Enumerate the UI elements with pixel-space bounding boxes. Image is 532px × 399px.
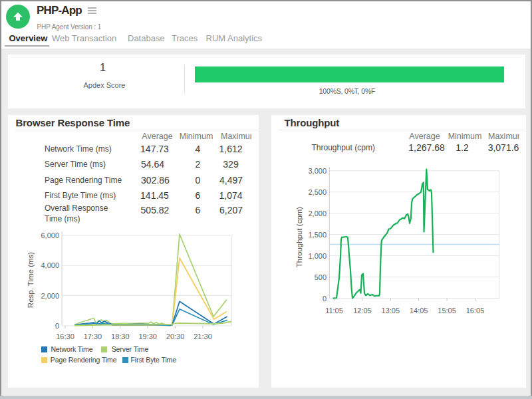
- svg-text:2,500: 2,500: [308, 188, 327, 196]
- svg-text:500: 500: [315, 273, 327, 281]
- svg-text:16:05: 16:05: [466, 307, 485, 315]
- svg-text:15:05: 15:05: [438, 307, 456, 315]
- svg-text:20:30: 20:30: [166, 332, 185, 340]
- svg-text:0: 0: [55, 322, 59, 330]
- svg-text:1,000: 1,000: [308, 252, 327, 260]
- svg-text:17:30: 17:30: [84, 332, 102, 340]
- svg-text:0: 0: [323, 295, 327, 303]
- svg-text:2,000: 2,000: [308, 209, 327, 217]
- svg-text:13:05: 13:05: [382, 307, 400, 315]
- svg-text:11:05: 11:05: [325, 307, 343, 315]
- svg-text:3,000: 3,000: [308, 167, 327, 175]
- svg-text:Resp. Time (ms): Resp. Time (ms): [27, 252, 35, 309]
- svg-text:Throughput (cpm): Throughput (cpm): [295, 207, 303, 268]
- svg-text:4,000: 4,000: [41, 261, 59, 269]
- svg-text:6,000: 6,000: [41, 231, 59, 239]
- svg-text:2,000: 2,000: [41, 292, 59, 300]
- svg-text:19:30: 19:30: [138, 332, 157, 340]
- svg-text:16:30: 16:30: [56, 332, 74, 340]
- svg-text:21:30: 21:30: [194, 332, 212, 340]
- svg-text:14:05: 14:05: [410, 307, 428, 315]
- svg-text:1,500: 1,500: [308, 231, 327, 239]
- svg-text:18:30: 18:30: [111, 332, 130, 340]
- svg-text:12:05: 12:05: [353, 307, 372, 315]
